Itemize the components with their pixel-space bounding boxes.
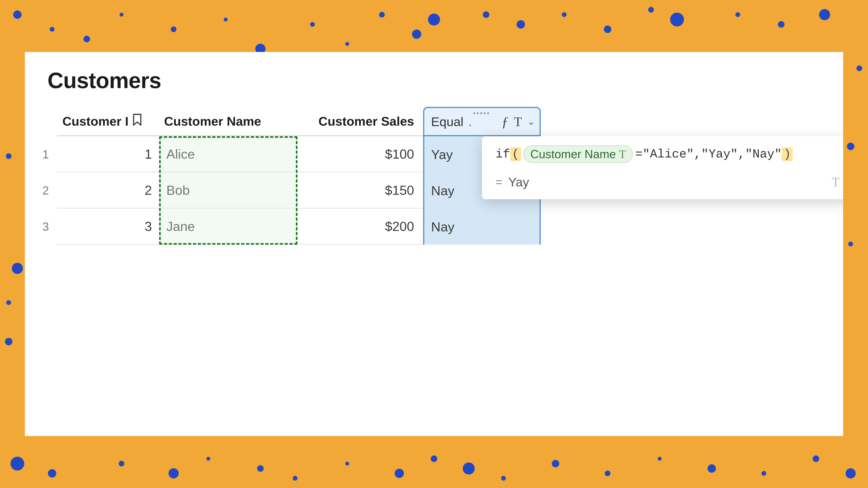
row-number[interactable]: 3 [34, 208, 57, 245]
formula-result: = Yay T [482, 168, 843, 199]
formula-editor[interactable]: if ( Customer Name T = "Alice" , "Yay" ,… [482, 136, 843, 168]
type-icon: T [832, 175, 839, 189]
row-number[interactable]: 1 [34, 136, 57, 172]
formula-arg: "Nay" [745, 147, 782, 161]
column-reference-token[interactable]: Customer Name T [523, 145, 633, 163]
bookmark-icon[interactable] [132, 113, 143, 129]
column-header-customer-name[interactable]: Customer Name [159, 107, 299, 136]
formula-comma: , [694, 147, 701, 161]
type-icon[interactable]: T [514, 114, 522, 129]
column-header-customer-id[interactable]: Customer I [57, 107, 159, 136]
cell-customer-sales[interactable]: $150 [299, 172, 423, 208]
column-header-customer-sales[interactable]: Customer Sales [299, 107, 423, 136]
column-header-label: Customer I [62, 114, 129, 129]
drag-handle-icon[interactable]: ••••• [473, 110, 491, 117]
cell-customer-name[interactable]: Jane [159, 208, 299, 245]
column-header-label: Customer Name [164, 114, 261, 129]
type-icon: T [619, 148, 626, 161]
cell-customer-id[interactable]: 1 [57, 136, 159, 172]
formula-arg: "Alice" [643, 147, 694, 161]
app-panel: Customers Customer I Customer Name Custo… [25, 52, 843, 436]
formula-icon[interactable]: ƒ [502, 113, 508, 130]
cell-customer-id[interactable]: 3 [57, 208, 159, 245]
formula-fn: if [495, 147, 510, 161]
result-value: Yay [508, 175, 529, 189]
formula-arg: "Yay" [701, 147, 738, 161]
row-number-header [34, 107, 57, 136]
spreadsheet: Customer I Customer Name Customer Sales … [25, 107, 843, 245]
column-header-equal[interactable]: ••••• Equal . ƒ T ⌄ [423, 107, 541, 136]
column-reference-label: Customer Name [530, 147, 616, 161]
column-header-label: Equal [431, 114, 463, 129]
formula-op: = [635, 147, 643, 161]
cell-customer-sales[interactable]: $100 [299, 136, 423, 172]
page-title: Customers [25, 52, 843, 107]
open-paren: ( [510, 147, 521, 161]
cell-customer-sales[interactable]: $200 [299, 208, 423, 245]
result-equals: = [495, 175, 502, 189]
row-number[interactable]: 2 [34, 172, 57, 208]
cell-customer-id[interactable]: 2 [57, 172, 159, 208]
close-paren: ) [782, 147, 793, 161]
header-ellipsis: . [467, 114, 472, 129]
chevron-down-icon[interactable]: ⌄ [527, 116, 535, 127]
cell-customer-name[interactable]: Bob [159, 172, 299, 208]
formula-comma: , [738, 147, 745, 161]
cell-customer-name[interactable]: Alice [159, 136, 299, 172]
formula-popover: if ( Customer Name T = "Alice" , "Yay" ,… [482, 136, 843, 199]
cell-equal[interactable]: Nay [423, 208, 541, 245]
column-header-label: Customer Sales [318, 114, 414, 129]
